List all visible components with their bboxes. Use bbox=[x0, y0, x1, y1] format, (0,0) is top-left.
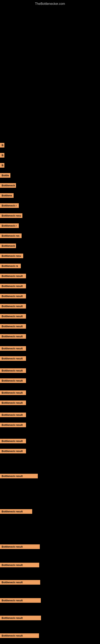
bottleneck-item: B bbox=[0, 143, 4, 148]
bottleneck-item: Bottleneck result bbox=[0, 274, 26, 278]
bottleneck-item: Bottleneck result bbox=[0, 580, 40, 585]
bottleneck-item: Bottleneck result bbox=[0, 314, 26, 318]
bottleneck-item: Bottleneck result bbox=[0, 449, 26, 454]
bottleneck-item: Bottleneck re bbox=[0, 264, 21, 268]
bottleneck-item: Bottleneck result bbox=[0, 368, 26, 373]
bottleneck-item: Bottleneck result bbox=[0, 334, 26, 339]
bottleneck-item: Bottleneck result bbox=[0, 509, 32, 514]
bottleneck-item: Bottleneck bbox=[0, 244, 16, 248]
bottleneck-item: Bottleneck result bbox=[0, 304, 26, 308]
bottleneck-item: Bottleneck result bbox=[0, 544, 40, 549]
bottleneck-item: Bottleneck result bbox=[0, 390, 26, 395]
bottleneck-item: Bottleneck result bbox=[0, 284, 26, 288]
bottleneck-item: Bottleneck result bbox=[0, 616, 41, 620]
bottleneck-item: B bbox=[0, 153, 4, 158]
bottleneck-item: B bbox=[0, 163, 4, 168]
bottleneck-item: Bottleneck result bbox=[0, 324, 26, 329]
bottleneck-item: Bottleneck result bbox=[0, 439, 26, 443]
bottleneck-item: Bottleneck bbox=[0, 183, 16, 188]
bottleneck-item: Bottle bbox=[0, 173, 10, 178]
bottleneck-item: Bottleneck result bbox=[0, 294, 26, 298]
bottleneck-item: Bottleneck result bbox=[0, 474, 38, 478]
bottleneck-item: Bottleneck result bbox=[0, 378, 26, 383]
bottleneck-item: Bottleneck result bbox=[0, 356, 26, 361]
bottleneck-item: Bottleneck result bbox=[0, 598, 41, 603]
bottleneck-item: Bottleneck resu bbox=[0, 213, 22, 218]
bottleneck-item: Bottlene bbox=[0, 193, 14, 198]
bottleneck-item: Bottleneck resu bbox=[0, 254, 23, 258]
bottleneck-item: Bottleneck r bbox=[0, 203, 19, 208]
bottleneck-item: Bottleneck result bbox=[0, 633, 39, 638]
bottleneck-item: Bottleneck result bbox=[0, 563, 39, 567]
bottleneck-item: Bottleneck res bbox=[0, 234, 22, 238]
bottleneck-item: Bottleneck result bbox=[0, 400, 26, 405]
bottleneck-item: Bottleneck result bbox=[0, 412, 26, 417]
bottleneck-item: Bottleneck result bbox=[0, 422, 26, 427]
bottleneck-item: Bottleneck result bbox=[0, 346, 26, 351]
bottleneck-item: Bottleneck r bbox=[0, 224, 19, 228]
site-title: TheBottlenecker.com bbox=[0, 0, 100, 8]
